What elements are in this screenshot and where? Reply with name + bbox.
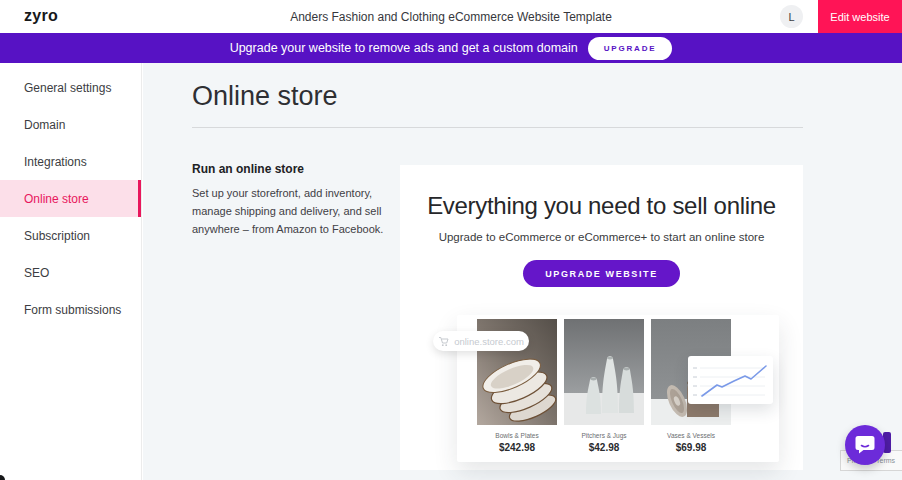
sidebar-item-form-submissions[interactable]: Form submissions — [0, 291, 141, 328]
product-name: Pitchers & Jugs — [564, 432, 644, 439]
chat-bubble-icon — [854, 435, 876, 455]
settings-sidebar: General settings Domain Integrations Onl… — [0, 63, 142, 480]
sidebar-item-seo[interactable]: SEO — [0, 254, 141, 291]
sidebar-item-integrations[interactable]: Integrations — [0, 143, 141, 180]
upgrade-banner-text: Upgrade your website to remove ads and g… — [230, 41, 578, 55]
product-name: Bowls & Plates — [477, 432, 557, 439]
upgrade-website-button[interactable]: UPGRADE WEBSITE — [523, 260, 680, 287]
product-price: $69.98 — [651, 442, 731, 453]
sidebar-item-general-settings[interactable]: General settings — [0, 69, 141, 106]
store-url-pill: online.store.com — [433, 331, 529, 351]
title-divider — [192, 127, 803, 128]
vases-photo — [564, 319, 644, 425]
sidebar-item-online-store[interactable]: Online store — [0, 180, 141, 217]
mock-chart-line — [702, 366, 766, 396]
main-content: Online store Run an online store Set up … — [143, 63, 902, 480]
section-info: Run an online store Set up your storefro… — [192, 162, 392, 238]
store-url-text: online.store.com — [454, 336, 524, 347]
site-title: Anders Fashion and Clothing eCommerce We… — [0, 10, 902, 24]
cart-icon — [438, 336, 449, 347]
product-card: Pitchers & Jugs $42.98 — [564, 319, 644, 453]
promo-heading: Everything you need to sell online — [400, 192, 803, 220]
upgrade-button[interactable]: UPGRADE — [588, 37, 673, 60]
edit-website-button[interactable]: Edit website — [818, 0, 902, 33]
user-avatar[interactable]: L — [780, 5, 803, 28]
section-title: Run an online store — [192, 162, 392, 176]
product-name: Vases & Vessels — [651, 432, 731, 439]
product-price: $242.98 — [477, 442, 557, 453]
sales-chart — [688, 356, 773, 404]
upgrade-banner: Upgrade your website to remove ads and g… — [0, 33, 902, 63]
product-price: $42.98 — [564, 442, 644, 453]
sales-chart-card — [688, 356, 773, 404]
chat-launcher-button[interactable] — [845, 425, 885, 465]
promo-subheading: Upgrade to eCommerce or eCommerce+ to st… — [400, 231, 803, 243]
page-title: Online store — [192, 81, 338, 112]
sidebar-item-domain[interactable]: Domain — [0, 106, 141, 143]
top-bar: zyro Anders Fashion and Clothing eCommer… — [0, 0, 902, 33]
section-description: Set up your storefront, add inventory, m… — [192, 185, 392, 238]
sidebar-item-subscription[interactable]: Subscription — [0, 217, 141, 254]
promo-panel: Everything you need to sell online Upgra… — [400, 165, 803, 470]
